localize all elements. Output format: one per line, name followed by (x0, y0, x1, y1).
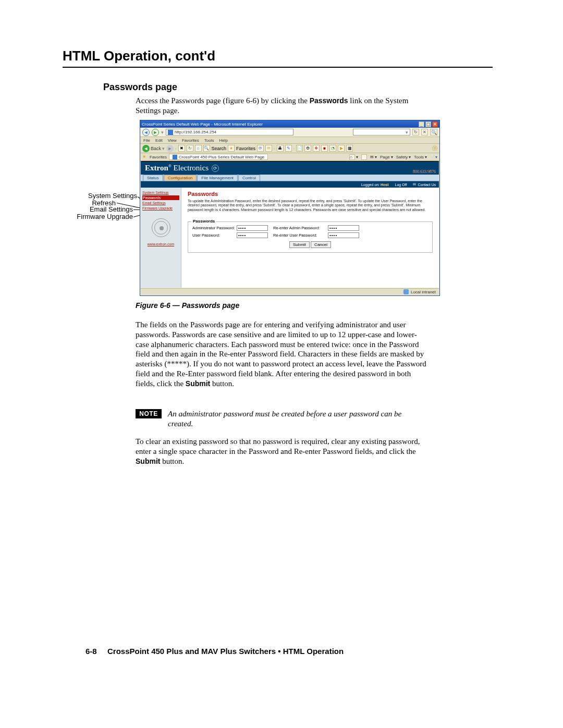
back-nav-icon[interactable]: ◄ (142, 129, 150, 136)
tab-file-management[interactable]: File Management (197, 175, 238, 181)
menu-item[interactable]: Help (219, 138, 227, 143)
fieldset-legend: Passwords (191, 219, 216, 224)
admin-password-field[interactable] (237, 225, 268, 231)
page-icon (168, 130, 173, 135)
reenter-admin-password-label: Re-enter Admin Password: (273, 226, 328, 230)
tools-menu[interactable]: Tools▾ (414, 155, 427, 159)
help-text: To update the Administration Password, e… (188, 199, 433, 212)
favorites-label: Favorites (236, 146, 255, 151)
search-field[interactable]: ▾ (353, 129, 410, 135)
tab-control[interactable]: Control (238, 175, 260, 181)
url-field[interactable]: http://192.168.254.254 (166, 129, 293, 135)
fav-star-icon[interactable]: ★ (142, 154, 148, 159)
feed-icon (361, 154, 367, 160)
tool-icon[interactable]: ▶ (338, 145, 345, 152)
brand-logo-icon: ⟳ (212, 165, 219, 172)
feed-dropdown[interactable] (361, 154, 367, 160)
menubar: File Edit View Favorites Tools Help (140, 137, 439, 144)
home-small-icon: ⌂ (349, 154, 355, 160)
mail-icon: ✉ (413, 182, 416, 187)
home-icon[interactable]: ⌂ (195, 145, 202, 152)
tool-icon[interactable]: ⚙ (304, 145, 311, 152)
print-icon[interactable]: 🖶 (277, 145, 284, 152)
history-icon[interactable]: ⟳ (257, 145, 264, 152)
edit-icon[interactable]: ✎ (285, 145, 292, 152)
logged-on: Logged on: Host (361, 183, 389, 187)
back-arrow-icon: ◄ (142, 145, 150, 152)
user-password-field[interactable] (237, 232, 268, 238)
body-paragraph-2: To clear an existing password so that no… (136, 437, 427, 466)
note-text: An administrator password must be create… (168, 409, 429, 429)
home-dropdown[interactable]: ⌂▾ (349, 154, 358, 160)
tabs-bar: ★ Favorites CrossPoint 450 Plus Series D… (140, 153, 439, 161)
tool-icon[interactable]: ◔ (329, 145, 336, 152)
stop-icon[interactable]: ✕ (421, 129, 428, 135)
contact-us-link[interactable]: ✉Contact Us (413, 182, 436, 187)
ie-logo-icon: ⓔ (432, 145, 437, 152)
favorites-icon[interactable]: ★ (228, 145, 235, 152)
search-toolbar-icon[interactable]: 🔍 (203, 145, 210, 152)
status-bar: Local intranet (141, 288, 439, 295)
browser-tab[interactable]: CrossPoint 450 Plus Series Default Web P… (169, 154, 268, 160)
page-menu[interactable]: Page▾ (380, 155, 393, 159)
search-label: Search (212, 146, 227, 151)
close-icon[interactable]: ✕ (432, 121, 438, 127)
toolbar: ◄ Back ▾ ► · ✖ ↻ ⌂ 🔍 Search ★ Favorites … (140, 144, 439, 153)
mail-dropdown[interactable]: ✉▾ (370, 155, 377, 159)
tool-icon[interactable]: 📄 (296, 145, 303, 152)
footer-page-number: 6-8 (85, 647, 97, 656)
log-off-link[interactable]: Log Off (395, 183, 407, 187)
tab-title: CrossPoint 450 Plus Series Default Web P… (179, 155, 264, 159)
titlebar: CrossPoint Series Default Web Page - Mic… (140, 120, 439, 128)
tool-icon[interactable]: ❖ (313, 145, 320, 152)
tab-configuration[interactable]: Configuration (164, 175, 197, 181)
favorites-bar-label: Favorites (150, 155, 167, 159)
search-icon[interactable]: 🔍 (430, 129, 437, 135)
brand-text: Extron® Electronics (145, 164, 209, 172)
sidebar-item-system-settings[interactable]: System Settings (142, 190, 179, 195)
menu-item[interactable]: Favorites (182, 138, 199, 143)
tool-icon[interactable]: ■ (321, 145, 328, 152)
tab-status[interactable]: Status (143, 175, 163, 181)
reenter-admin-password-field[interactable] (328, 225, 359, 231)
tool-icon[interactable]: ▦ (346, 145, 353, 152)
maximize-icon[interactable]: ▢ (425, 121, 431, 127)
stop-toolbar-icon[interactable]: ✖ (178, 145, 185, 152)
sidebar-item-email-settings[interactable]: Email Settings (142, 201, 179, 205)
reenter-user-password-label: Re-enter User Password: (273, 233, 328, 238)
web-page: Extron® Electronics ⟳ 800.633.9876 Statu… (141, 161, 439, 288)
page-title: HTML Operation, cont'd (63, 48, 215, 64)
menu-item[interactable]: View (168, 138, 177, 143)
footer-text: CrossPoint 450 Plus and MAV Plus Switche… (107, 647, 344, 656)
menu-item[interactable]: File (143, 138, 150, 143)
body-paragraph-1: The fields on the Passwords page are for… (136, 320, 427, 388)
forward-button[interactable]: ► (166, 145, 174, 152)
label-firmware-upgrade: Firmware Upgrade (56, 213, 133, 220)
sidebar-item-passwords[interactable]: Passwords (142, 195, 179, 200)
window-title: CrossPoint Series Default Web Page - Mic… (142, 122, 263, 127)
menu-item[interactable]: Tools (204, 138, 214, 143)
help-icon[interactable]: ❔▾ (430, 155, 437, 159)
cancel-button[interactable]: Cancel (311, 241, 331, 248)
safety-menu[interactable]: Safety▾ (396, 155, 411, 159)
sidebar-item-firmware-upgrade[interactable]: Firmware Upgrade (142, 206, 179, 211)
phone-number: 800.633.9876 (413, 169, 436, 174)
extron-url-link[interactable]: www.extron.com (148, 242, 174, 246)
reenter-user-password-field[interactable] (328, 232, 359, 238)
address-bar: ◄ ► ▾ http://192.168.254.254 ▾ ↻ ✕ 🔍 (140, 128, 439, 137)
forward-nav-icon[interactable]: ► (152, 129, 159, 136)
sidebar-list: System Settings Passwords Email Settings… (142, 190, 179, 211)
back-button[interactable]: ◄ Back ▾ (142, 145, 165, 152)
submit-button[interactable]: Submit (289, 241, 310, 248)
intro-bold: Passwords (310, 96, 348, 105)
refresh-toolbar-icon[interactable]: ↻ (187, 145, 193, 152)
minimize-icon[interactable]: _ (419, 121, 424, 127)
sub-bar: Logged on: Host Log Off ✉Contact Us (141, 181, 439, 188)
nav-tabs: Status Configuration File Management Con… (141, 175, 439, 181)
refresh-icon[interactable]: ↻ (412, 129, 419, 135)
admin-password-label: Administrator Password: (192, 226, 237, 230)
intro-paragraph: Access the Passwords page (figure 6-6) b… (136, 96, 427, 116)
extron-logo-icon (152, 218, 170, 237)
menu-item[interactable]: Edit (155, 138, 163, 143)
mail-icon[interactable]: ✉ (265, 145, 272, 152)
